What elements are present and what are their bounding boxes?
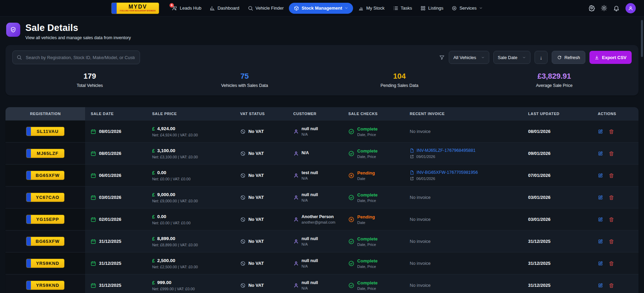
- registration-cell: BG65XFW: [5, 165, 85, 186]
- delete-sale-button[interactable]: [609, 129, 614, 134]
- sale-check-detail: Date, Price: [357, 264, 377, 269]
- vat-status-text: No VAT: [248, 151, 264, 156]
- pound-icon: £: [152, 192, 155, 198]
- delete-sale-button[interactable]: [609, 239, 614, 244]
- search-input[interactable]: [12, 50, 140, 64]
- recent-invoice-cell: No invoice: [404, 209, 523, 230]
- customer-name: test null: [302, 170, 318, 175]
- vat-status-text: No VAT: [248, 239, 264, 244]
- nav-leads-hub[interactable]: 6 Leads Hub: [169, 3, 204, 13]
- main-nav: 6 Leads Hub Dashboard Vehicle Finder Sto…: [169, 3, 486, 14]
- vat-status-cell: No VAT: [235, 252, 288, 274]
- nav-stock-management[interactable]: Stock Management: [289, 3, 353, 14]
- recent-invoice-cell: INV-MJ65LZF-1767968495881 09/01/2026: [404, 143, 523, 164]
- customer-detail: N/A: [302, 198, 318, 202]
- delete-sale-button[interactable]: [609, 173, 614, 178]
- edit-sale-button[interactable]: [598, 195, 603, 200]
- stat-average-sale-price: £3,829.91 Average Sale Price: [477, 72, 632, 88]
- trash-icon: [609, 261, 614, 266]
- edit-sale-button[interactable]: [598, 283, 603, 288]
- registration-cell: YR59KND: [5, 274, 85, 293]
- nav-dashboard[interactable]: Dashboard: [207, 3, 243, 13]
- registration-plate: YC67CAO: [26, 193, 65, 202]
- last-updated-text: 07/01/2026: [528, 173, 550, 178]
- edit-sale-button[interactable]: [598, 217, 603, 222]
- filter-funnel-icon[interactable]: [439, 55, 445, 60]
- sale-check-status: Pending: [357, 170, 375, 176]
- nav-listings[interactable]: Listings: [417, 3, 446, 13]
- calendar-icon: [91, 283, 96, 288]
- registration-text: BG65XFW: [31, 237, 64, 246]
- download-icon: [595, 55, 599, 60]
- sale-date-text: 02/01/2026: [99, 217, 121, 222]
- nav-tasks[interactable]: Tasks: [390, 3, 415, 13]
- theme-sun-icon[interactable]: [601, 5, 607, 11]
- vat-status-cell: No VAT: [235, 274, 288, 293]
- nav-services[interactable]: Services: [448, 3, 486, 13]
- check-lines: Complete Date, Price: [357, 280, 377, 291]
- price-detail: Net: £2,500.00 | VAT: £0.00: [152, 265, 198, 269]
- sort-direction-button[interactable]: ↓: [535, 51, 548, 64]
- delete-sale-button[interactable]: [609, 151, 614, 156]
- sale-check-detail: Date, Price: [357, 133, 377, 137]
- user-avatar[interactable]: [625, 3, 636, 13]
- nav-my-stock[interactable]: My Stock: [355, 3, 387, 13]
- vat-status-cell: No VAT: [235, 143, 288, 164]
- refresh-button[interactable]: Refresh: [552, 51, 586, 64]
- listings-icon: [420, 5, 426, 11]
- edit-sale-button[interactable]: [598, 151, 603, 156]
- price-amount: 3,100.00: [157, 148, 175, 153]
- delete-sale-button[interactable]: [609, 217, 614, 222]
- calendar-icon: [91, 173, 96, 178]
- delete-sale-button[interactable]: [609, 261, 614, 266]
- customer-lines: null null N/A: [302, 280, 318, 290]
- chevron-down-icon: [481, 56, 485, 59]
- navbar-actions: [588, 3, 636, 13]
- invoice-link[interactable]: INV-BG65XFW-1767705981956: [417, 170, 478, 175]
- edit-sale-button[interactable]: [598, 261, 603, 266]
- edit-sale-button[interactable]: [598, 239, 603, 244]
- sale-date-text: 08/01/2026: [99, 129, 121, 134]
- header-registration: REGISTRATION: [5, 107, 85, 120]
- nav-label-vehicle-finder: Vehicle Finder: [256, 5, 284, 11]
- delete-sale-button[interactable]: [609, 195, 614, 200]
- sale-date-cell: 03/01/2026: [85, 187, 147, 208]
- invoice-link[interactable]: INV-MJ65LZF-1767968495881: [417, 148, 476, 153]
- edit-sale-button[interactable]: [598, 173, 603, 178]
- export-csv-button[interactable]: Export CSV: [589, 51, 632, 64]
- vehicle-filter-select[interactable]: All Vehicles: [449, 51, 489, 64]
- notifications-bell-icon[interactable]: [613, 5, 620, 11]
- brand-logo[interactable]: MYDV FUELLING YOUR DEALERSHIP BUSINESS: [111, 2, 159, 14]
- nav-vehicle-finder[interactable]: Vehicle Finder: [245, 3, 287, 13]
- edit-sale-button[interactable]: [598, 129, 603, 134]
- check-circle-icon: [348, 282, 354, 289]
- settings-gear-icon[interactable]: [588, 5, 595, 11]
- price-detail: Net: £3,100.00 | VAT: £0.00: [152, 155, 198, 159]
- pound-icon: £: [152, 236, 155, 241]
- sale-check-detail: Date: [357, 221, 375, 225]
- no-vat-slash-icon: [240, 217, 246, 222]
- registration-cell: SL11VAU: [5, 121, 85, 142]
- table-row: YG15EPP 02/01/2026 £ 0.00 Net: £0.00 | V…: [5, 208, 639, 230]
- no-vat-slash-icon: [240, 129, 246, 134]
- sale-date-text: 31/12/2025: [99, 283, 121, 288]
- delete-sale-button[interactable]: [609, 283, 614, 288]
- price-main: £ 4,924.00: [152, 126, 175, 132]
- price-amount: 999.00: [157, 280, 171, 285]
- header-actions: ACTIONS: [592, 112, 639, 116]
- recent-invoice-cell: No invoice: [404, 252, 523, 274]
- vat-status-cell: No VAT: [235, 230, 288, 252]
- nav-label-tasks: Tasks: [401, 5, 412, 11]
- page-scrollbar[interactable]: [641, 20, 643, 57]
- nav-label-listings: Listings: [428, 5, 443, 11]
- actions-cell: [592, 165, 639, 186]
- chevron-down-icon: [479, 6, 483, 10]
- header-sale-price: SALE PRICE: [147, 112, 234, 116]
- refresh-label: Refresh: [564, 55, 580, 60]
- price-detail: Net: £0.00 | VAT: £0.00: [152, 177, 190, 181]
- header-vat-status: VAT STATUS: [235, 112, 288, 116]
- last-updated-text: 09/01/2026: [528, 151, 550, 156]
- nav-label-my-stock: My Stock: [366, 5, 384, 11]
- logo-plate-strip: [112, 3, 117, 14]
- sort-field-select[interactable]: Sale Date: [493, 51, 530, 64]
